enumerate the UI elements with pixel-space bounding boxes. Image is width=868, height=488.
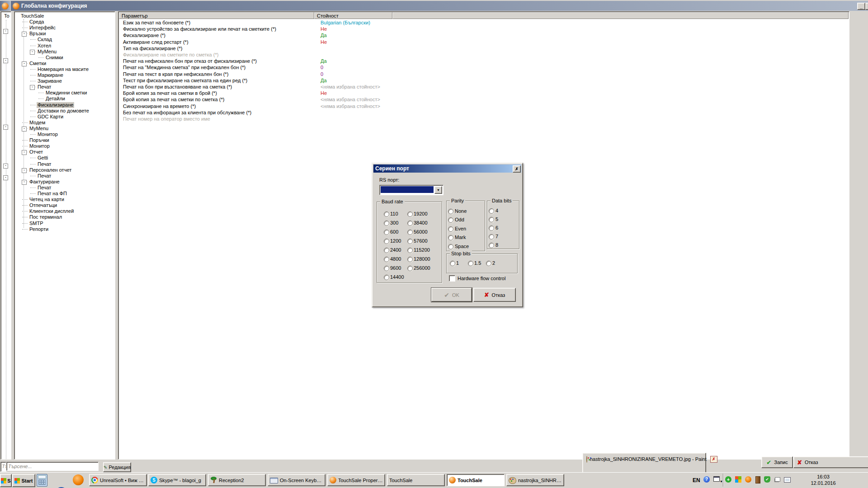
baud-300-radio[interactable]: [384, 221, 389, 226]
tree-item[interactable]: Печат: [37, 173, 52, 179]
tray-chevron-icon[interactable]: ▼: [720, 480, 723, 483]
tree-item[interactable]: TouchSale: [20, 13, 45, 19]
tree-item[interactable]: GDC Карти: [37, 114, 64, 120]
taskbar-task-3[interactable]: Reception2: [208, 474, 266, 486]
taskbar-task-6[interactable]: TouchSale: [387, 474, 445, 486]
taskbar-task-7[interactable]: TouchSale: [447, 474, 505, 486]
tree-item[interactable]: Междинни сметки: [45, 90, 88, 96]
baud-128000-radio[interactable]: [407, 257, 413, 262]
ok-button[interactable]: ✔ OK: [431, 288, 472, 302]
tree-expander[interactable]: -: [22, 32, 27, 37]
databits-7-radio[interactable]: [489, 234, 494, 239]
main-window-titlebar[interactable]: Глобална конфигурация: [11, 1, 868, 11]
column-header-value[interactable]: Стойност: [314, 12, 392, 19]
tree-item[interactable]: Печат на ФП: [37, 191, 68, 197]
parity-space-radio[interactable]: [448, 244, 453, 249]
param-row[interactable]: Брой копия за печат на сметки по сметка …: [119, 97, 849, 103]
tree-item[interactable]: Хотел: [37, 43, 52, 49]
taskbar-task-5[interactable]: TouchSale Properties: [327, 474, 385, 486]
tree-expander[interactable]: -: [22, 180, 27, 185]
parity-none-radio[interactable]: [448, 209, 453, 214]
tree-item[interactable]: Закриване: [37, 78, 63, 84]
param-row[interactable]: Синхронизиране на времето (*)<няма избра…: [119, 103, 849, 110]
tree-expander[interactable]: -: [3, 164, 8, 169]
param-row[interactable]: Печат на бон при възстановяване на сметк…: [119, 84, 849, 90]
tree-item[interactable]: Връзки: [28, 31, 47, 37]
tree-item[interactable]: Getti: [37, 155, 49, 161]
taskbar-task-1[interactable]: UnrealSoft • Виж тем...: [89, 474, 147, 486]
taskbar-task-2[interactable]: SSkype™ - blagoi_g: [148, 474, 206, 486]
baud-38400-radio[interactable]: [407, 221, 413, 226]
databits-6-radio[interactable]: [489, 225, 494, 231]
baud-4800-radio[interactable]: [384, 257, 389, 262]
tree-item[interactable]: Печат: [37, 161, 52, 167]
tree-item[interactable]: MyMenu: [28, 126, 49, 131]
taskbar-task-8[interactable]: nastrojka_SINHRONI...: [506, 474, 564, 486]
stopbits-2-radio[interactable]: [486, 261, 491, 266]
brown-app-tray-icon[interactable]: [755, 476, 760, 483]
baud-14400-radio[interactable]: [384, 275, 389, 280]
parity-mark-radio[interactable]: [448, 235, 453, 240]
tree-item[interactable]: Отпечатъци: [28, 202, 58, 208]
behind-search-input-fragment[interactable]: Тъ: [0, 462, 6, 472]
tree-item[interactable]: Клиентски дисплей: [28, 208, 75, 214]
tree-item[interactable]: Печат: [37, 185, 52, 191]
dialog-titlebar[interactable]: Сериен порт: [373, 164, 521, 173]
param-row[interactable]: Тип на фискализиране (*): [119, 46, 849, 52]
baud-600-radio[interactable]: [384, 230, 389, 235]
baud-110-radio[interactable]: [384, 211, 389, 217]
tree-item[interactable]: Четец на карти: [28, 197, 65, 202]
dialog-cancel-button[interactable]: ✘ Отказ: [473, 288, 516, 302]
edit-button[interactable]: ✎ Редакция: [103, 462, 131, 472]
baud-2400-radio[interactable]: [384, 248, 389, 253]
tree-item[interactable]: Пос терминал: [28, 214, 63, 220]
tree-expander[interactable]: -: [22, 150, 27, 155]
param-row[interactable]: Печат на нефискален бон при отказ от фис…: [119, 58, 849, 65]
tree-item[interactable]: Фактуриране: [28, 179, 61, 185]
tree-expander[interactable]: -: [30, 50, 35, 55]
param-row[interactable]: Активиране след рестарт (*)Не: [119, 39, 849, 46]
cancel-button[interactable]: ✘ Отказ: [793, 456, 868, 468]
tree-item[interactable]: Доставки по домовете: [37, 108, 90, 114]
param-row[interactable]: Без печат на инфорация за клиента при об…: [119, 110, 849, 116]
tree-expander[interactable]: -: [3, 175, 8, 180]
stopbits-1.5-radio[interactable]: [468, 261, 473, 266]
param-row[interactable]: Печат на "Междинна сметка" при нефискале…: [119, 65, 849, 71]
combobox-dropdown-button[interactable]: ▼: [434, 186, 442, 194]
dialog-close-button[interactable]: ✗: [513, 165, 521, 173]
baud-57600-radio[interactable]: [407, 239, 413, 244]
hardware-flow-control-checkbox[interactable]: [449, 275, 455, 282]
tree-item[interactable]: Среда: [28, 19, 45, 25]
tree-item[interactable]: Снимки: [45, 55, 64, 61]
maximize-button[interactable]: [865, 3, 868, 10]
tray-clock[interactable]: 16:03 12.01.2016: [802, 474, 844, 486]
param-row[interactable]: Брой копия за печат на сметки в брой (*)…: [119, 90, 849, 97]
databits-5-radio[interactable]: [489, 217, 494, 222]
tree-item[interactable]: Поръчки: [28, 137, 50, 143]
network-tray-icon[interactable]: [784, 477, 791, 483]
column-header-parameter[interactable]: Параметър: [119, 12, 314, 19]
calculator-quicklaunch-icon[interactable]: [37, 474, 47, 487]
tree-item[interactable]: MyMenu: [37, 49, 57, 55]
baud-115200-radio[interactable]: [407, 248, 413, 253]
param-row[interactable]: Печат на текст в края при нефискален бон…: [119, 71, 849, 78]
tree-expander[interactable]: -: [3, 29, 8, 34]
taskbar-task-4[interactable]: On-Screen Keyboard: [268, 474, 326, 486]
start-button-fragment[interactable]: S: [0, 474, 12, 487]
tree-expander[interactable]: -: [3, 125, 8, 130]
tree-item[interactable]: Сметки: [28, 61, 47, 66]
tree-item[interactable]: Детайли: [45, 96, 66, 102]
tree-item[interactable]: Маркиране: [37, 72, 64, 78]
baud-1200-radio[interactable]: [384, 239, 389, 244]
tree-expander[interactable]: -: [30, 85, 35, 90]
paint-window-titlebar[interactable]: nastrojka_SINHRONIZIRANE_VREMETO.jpg - P…: [582, 453, 706, 473]
tree-item[interactable]: Репорти: [28, 226, 49, 232]
parity-even-radio[interactable]: [448, 226, 453, 232]
tree-item[interactable]: Отчет: [28, 149, 44, 155]
flag-tray-icon[interactable]: [775, 477, 780, 482]
tree-item[interactable]: Фискализиране: [37, 102, 74, 108]
tree-expander[interactable]: -: [3, 58, 8, 63]
tree-item[interactable]: Номерация на масите: [37, 66, 90, 72]
tree-expander[interactable]: -: [22, 61, 27, 66]
stopbits-1-radio[interactable]: [450, 261, 455, 266]
